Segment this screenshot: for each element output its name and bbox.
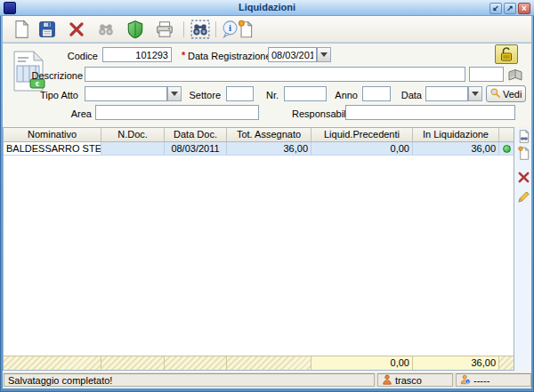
vedi-button-label: Vedi [503,89,522,100]
descrizione-label: Descrizione [18,69,83,83]
required-marker: * [182,50,185,60]
search-disabled-button[interactable] [95,19,117,40]
main-toolbar: i [3,16,531,43]
new-document-button[interactable] [11,19,32,40]
edit-pencil-icon [516,194,531,207]
document-seal-icon [236,20,255,39]
print-button[interactable] [154,19,175,40]
table-row[interactable]: BALDESSARRO STEFANO 08/03/2011 36,00 0,0… [4,142,514,156]
vedi-button[interactable]: Vedi [486,85,526,102]
cell-status [499,142,514,156]
window-title: Liquidazioni [0,2,534,12]
status-user: trasco [395,375,422,386]
column-header-liquid-precedenti[interactable]: Liquid.Precedenti [312,128,413,142]
descrizione-extra-input[interactable] [469,67,504,82]
codice-input[interactable] [102,47,172,62]
total-hatch-cell [227,356,312,370]
total-hatch-cell [165,356,227,370]
area-input[interactable] [95,105,259,120]
delete-row-x-icon [516,174,531,188]
find-button[interactable] [190,19,211,40]
title-bar[interactable]: Liquidazioni ↙ ↗ × [0,0,534,16]
codice-label: Codice [36,50,98,63]
view-detail-icon [516,133,531,147]
status-message-panel: Salvataggio completato! [4,373,375,387]
responsabile-label: Responsabile [292,108,342,121]
nr-label: Nr. [259,89,279,102]
save-floppy-icon [37,20,57,39]
maximize-button[interactable]: ↗ [504,3,516,14]
lock-icon [498,52,515,65]
total-hatch-cell [499,356,514,370]
tipo-atto-input[interactable] [85,86,167,101]
cell-nominativo: BALDESSARRO STEFANO [4,142,101,156]
toolbar-separator [215,21,216,37]
status-bar: Salvataggio completato! trasco i ----- [3,372,531,388]
toolbar-separator [183,21,184,37]
new-document-icon [12,20,31,39]
binoculars-find-icon [190,20,210,39]
area-label: Area [38,108,92,121]
save-button[interactable] [36,19,58,40]
cell-datadoc: 08/03/2011 [165,142,227,156]
validate-button[interactable] [125,19,146,40]
total-in-liquidazione: 36,00 [413,356,499,370]
anno-input[interactable] [362,86,391,101]
column-header-datadoc[interactable]: Data Doc. [165,128,227,142]
total-hatch-cell [101,356,165,370]
svg-text:i: i [229,22,231,33]
app-window: Liquidazioni ↙ ↗ × [0,0,534,392]
column-header-tot-assegnato[interactable]: Tot. Assegnato [227,128,312,142]
data-input[interactable] [425,86,468,101]
delete-button[interactable] [66,19,87,40]
delete-x-icon [67,20,86,39]
user-icon [382,374,392,387]
restore-down-button[interactable]: ↙ [490,3,502,14]
cell-ndoc [101,142,165,156]
tipo-atto-label: Tipo Atto [16,89,78,102]
total-liquid-precedenti: 0,00 [312,356,413,370]
data-registrazione-dropdown-button[interactable] [317,47,331,62]
table-totals-row: 0,00 36,00 [4,356,514,370]
status-message: Salvataggio completato! [8,375,112,386]
dictionary-button[interactable] [506,68,524,84]
status-green-icon [503,145,511,153]
total-hatch-cell [4,356,101,370]
printer-icon [155,20,174,39]
magnifier-icon [490,87,501,100]
delete-row-button[interactable] [515,170,531,186]
column-header-nominativo[interactable]: Nominativo [4,128,101,142]
anno-label: Anno [331,89,358,102]
data-dropdown-button[interactable] [468,86,482,101]
tipo-atto-dropdown-button[interactable] [167,86,182,101]
status-session: ----- [473,375,490,386]
row-actions-rail [515,127,531,371]
cell-liquid-precedenti: 0,00 [312,142,413,156]
data-registrazione-input[interactable] [268,47,317,62]
column-header-ndoc[interactable]: N.Doc. [101,128,165,142]
settore-label: Settore [187,89,221,102]
user-info-icon: i [460,374,471,387]
cell-tot-assegnato: 36,00 [227,142,312,156]
close-button[interactable]: × [518,3,530,14]
column-header-status [499,128,514,142]
status-user-panel: trasco [377,373,453,387]
lock-button[interactable] [495,44,518,64]
column-header-in-liquidazione[interactable]: In Liquidazione [413,128,499,142]
view-detail-button[interactable] [515,129,531,145]
liquidazioni-table: Nominativo N.Doc. Data Doc. Tot. Assegna… [3,127,514,371]
descrizione-input[interactable] [85,67,465,82]
status-session-panel: i ----- [456,373,531,387]
binoculars-disabled-icon [96,20,116,39]
book-icon [506,73,524,86]
data-registrazione-label: Data Registrazione [188,50,266,63]
add-row-button[interactable] [515,146,531,162]
edit-row-button[interactable] [515,189,531,205]
shield-icon [125,20,145,39]
data-label: Data [396,89,422,102]
document-seal-button[interactable] [235,19,256,40]
settore-input[interactable] [226,86,254,101]
responsabile-input[interactable] [345,105,515,120]
new-row-document-icon [516,150,531,164]
nr-input[interactable] [284,86,327,101]
